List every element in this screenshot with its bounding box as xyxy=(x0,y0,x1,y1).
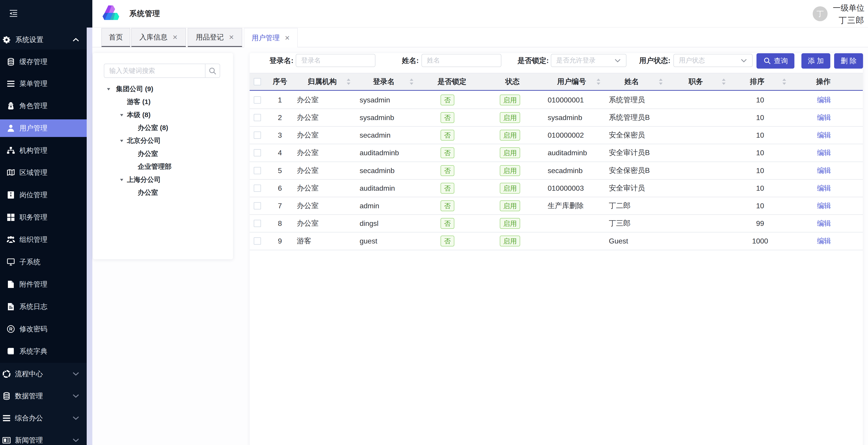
svg-text:R: R xyxy=(9,326,12,331)
